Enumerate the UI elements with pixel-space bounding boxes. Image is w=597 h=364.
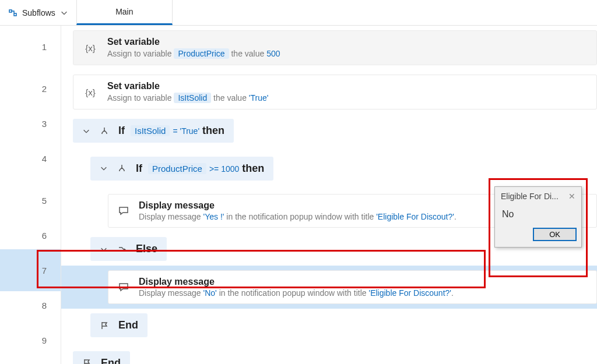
line-number: 7 [0,249,61,291]
variable-icon: {x} [83,87,98,97]
dialog-body: No [495,206,581,222]
tab-main[interactable]: Main [76,0,173,25]
line-number: 9 [0,319,61,361]
step-if[interactable]: If IsItSolid = 'True' then [73,119,234,143]
close-icon[interactable]: ✕ [568,192,575,201]
variable-icon: {x} [83,43,98,53]
line-number: 4 [0,137,61,179]
end-label: End [101,357,121,365]
step-else[interactable]: Else [90,237,167,261]
step-desc: Display message 'No' in the notification… [139,288,587,298]
if-label: If ProductPrice >= 1000 then [136,162,264,175]
step-row-selected[interactable]: Display message Display message 'No' in … [61,266,597,309]
step-row[interactable]: {x} Set variable Assign to variable Prod… [61,26,597,70]
if-label: If IsItSolid = 'True' then [118,125,224,137]
branch-icon [100,126,109,136]
message-icon [118,281,129,293]
flag-icon [82,358,92,364]
flag-icon [100,321,109,330]
chevron-down-icon [60,9,68,17]
line-number: 6 [0,221,61,249]
step-display-message[interactable]: Display message Display message 'No' in … [108,270,597,304]
branch-icon [117,164,127,173]
step-end[interactable]: End [73,351,130,365]
step-row[interactable]: {x} Set variable Assign to variable IsIt… [61,70,597,114]
step-desc: Assign to variable ProductPrice the valu… [107,48,587,59]
step-title: Set variable [107,37,587,47]
line-number: 8 [0,291,61,319]
line-number: 2 [0,68,61,109]
flow-icon [8,8,17,17]
step-row[interactable]: End [61,309,597,342]
step-set-variable[interactable]: {x} Set variable Assign to variable Prod… [73,30,597,65]
else-icon [117,245,127,254]
line-number: 1 [0,26,61,68]
step-title: Set variable [107,81,587,91]
top-bar: Subflows Main [0,0,597,26]
step-title: Display message [139,277,587,287]
ok-button[interactable]: OK [533,228,577,241]
else-label: Else [136,243,157,255]
message-icon [118,205,129,217]
variable-token[interactable]: IsItSolid [174,93,211,103]
subflows-label: Subflows [22,8,55,17]
step-desc: Assign to variable IsItSolid the value '… [107,93,587,103]
step-row[interactable]: End [61,342,597,364]
step-row[interactable]: If IsItSolid = 'True' then [61,114,597,147]
line-gutter: 1 2 3 4 5 6 7 8 9 [0,26,61,364]
subflows-dropdown[interactable]: Subflows [0,0,76,25]
step-row[interactable]: If ProductPrice >= 1000 then [61,147,597,189]
dialog-title: Eligible For Di... [501,192,559,201]
chevron-down-icon[interactable] [100,164,108,172]
step-set-variable[interactable]: {x} Set variable Assign to variable IsIt… [73,75,597,109]
step-if[interactable]: If ProductPrice >= 1000 then [90,157,273,181]
line-number: 3 [0,109,61,137]
step-end[interactable]: End [90,313,148,337]
message-dialog: Eligible For Di... ✕ No OK [494,186,582,248]
end-label: End [118,319,138,331]
line-number: 5 [0,179,61,221]
variable-token[interactable]: ProductPrice [174,48,229,59]
chevron-down-icon[interactable] [100,245,108,253]
chevron-down-icon[interactable] [82,127,90,135]
